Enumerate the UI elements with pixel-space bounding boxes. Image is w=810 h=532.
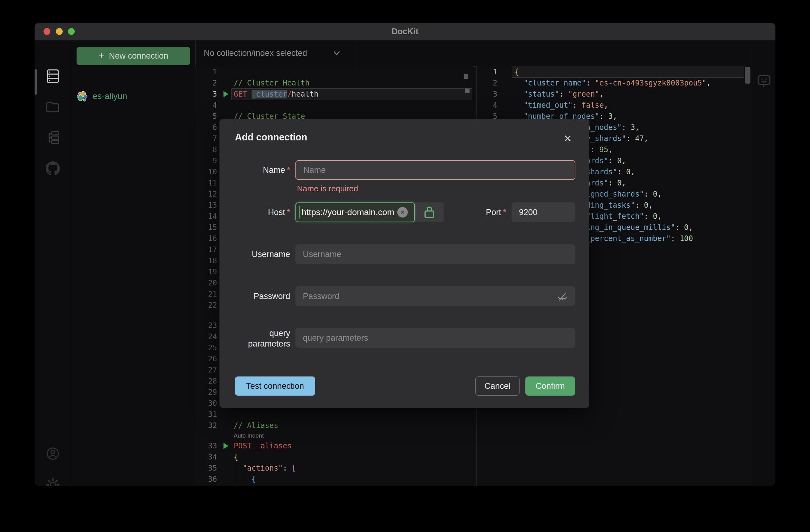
line-number: 27 [195, 364, 217, 376]
toggle-password-visibility-icon[interactable] [556, 291, 568, 302]
close-icon[interactable]: ✕ [562, 132, 574, 145]
username-input[interactable] [295, 244, 576, 264]
confirm-button[interactable]: Confirm [525, 377, 575, 396]
code-line[interactable]: 1{ [476, 66, 752, 78]
line-number: 16 [195, 233, 217, 244]
modal-title: Add connection [235, 132, 307, 143]
code-line[interactable]: 3GET _cluster/health [195, 88, 473, 100]
code-line[interactable]: 34{ [195, 451, 473, 463]
password-input[interactable] [295, 286, 576, 306]
files-icon[interactable] [46, 100, 60, 114]
name-input[interactable] [295, 160, 576, 180]
user-icon[interactable] [46, 447, 60, 461]
ssl-lock-icon[interactable] [420, 205, 439, 220]
code-line[interactable]: 36 { [195, 474, 473, 485]
line-number: 1 [195, 66, 217, 78]
line-number: 3 [195, 88, 217, 100]
password-label: Password [254, 291, 290, 301]
code-line[interactable]: 3 "status": "green", [476, 88, 752, 100]
code-text: "status": "green", [515, 88, 604, 100]
collection-select-value: No collection/index selected [204, 48, 307, 58]
code-text: "cluster_name": "es-cn-o493sgyzk0003pou5… [515, 78, 711, 88]
code-line[interactable]: 2 "cluster_name": "es-cn-o493sgyzk0003po… [476, 78, 752, 88]
line-number: 24 [195, 331, 217, 342]
text-caret [299, 206, 301, 218]
code-line[interactable]: 1 [195, 66, 473, 78]
line-number: 17 [195, 244, 217, 255]
line-number: 19 [195, 266, 217, 278]
new-connection-button[interactable]: + New connection [77, 47, 190, 65]
code-text: "actions": [ [234, 463, 296, 474]
connection-item[interactable]: es-aliyun [77, 87, 190, 105]
port-input[interactable] [512, 202, 576, 222]
line-number: 20 [195, 278, 217, 288]
code-line[interactable]: 32// Aliases [195, 420, 473, 431]
plus-icon: + [98, 50, 104, 61]
test-connection-button[interactable]: Test connection [235, 377, 315, 396]
sidebar-rail [35, 40, 71, 486]
app-window: DocKit [35, 23, 775, 486]
host-label: Host* [268, 207, 290, 218]
run-query-icon[interactable] [224, 443, 228, 449]
code-line[interactable]: 35 "actions": [ [195, 463, 473, 474]
username-label: Username [252, 249, 290, 260]
line-number: 22 [195, 300, 217, 311]
code-line[interactable]: 31 [195, 409, 473, 420]
host-input-group: ✕ [295, 202, 444, 222]
line-number: 13 [195, 200, 217, 211]
code-text: "timed_out": false, [515, 100, 608, 111]
minimize-window-button[interactable] [56, 28, 63, 35]
connections-panel: + New connection es-aliyun [71, 40, 196, 486]
structure-tree-icon[interactable] [46, 131, 60, 145]
code-line[interactable]: 2// Cluster Health [195, 78, 473, 88]
cancel-button[interactable]: Cancel [475, 377, 520, 396]
settings-gear-icon[interactable] [46, 478, 60, 486]
line-number: 23 [195, 320, 217, 331]
line-number: 12 [195, 188, 217, 200]
clear-host-icon[interactable]: ✕ [397, 207, 408, 218]
query-parameters-label: query parameters [248, 328, 290, 349]
editor-topbar: No collection/index selected [195, 40, 752, 67]
line-number: 1 [476, 66, 497, 78]
host-input[interactable] [295, 202, 415, 222]
close-window-button[interactable] [44, 28, 50, 35]
line-number: 32 [195, 420, 217, 431]
chevron-down-icon [333, 50, 341, 56]
line-number: 3 [476, 88, 497, 100]
line-number: 35 [195, 463, 217, 474]
line-number: 2 [195, 78, 217, 88]
collection-select[interactable]: No collection/index selected [195, 40, 356, 66]
line-number: 11 [195, 178, 217, 188]
code-line[interactable]: 4 "timed_out": false, [476, 100, 752, 111]
feedback-column [752, 40, 775, 486]
line-number: 4 [195, 100, 217, 111]
connections-icon[interactable] [46, 69, 60, 83]
line-number: 21 [195, 288, 217, 300]
line-number: 30 [195, 398, 217, 409]
line-number: 7 [195, 133, 217, 144]
required-asterisk: * [503, 208, 506, 217]
line-number: 25 [195, 342, 217, 353]
line-number: 28 [195, 376, 217, 387]
line-number: 36 [195, 474, 217, 485]
run-query-icon[interactable] [224, 91, 228, 97]
line-number: 4 [476, 100, 497, 111]
code-lens[interactable]: Auto Indent [234, 431, 264, 440]
titlebar: DocKit [35, 23, 775, 40]
zoom-window-button[interactable] [68, 28, 75, 35]
github-icon[interactable] [46, 161, 60, 176]
feedback-smiley-icon[interactable] [757, 74, 771, 88]
name-error-text: Name is required [297, 184, 358, 194]
code-line[interactable]: 33POST _aliases [195, 440, 473, 451]
current-line-highlight [512, 66, 744, 78]
code-text: { [515, 66, 519, 78]
window-title: DocKit [392, 27, 419, 36]
code-text: GET _cluster/health [234, 88, 319, 100]
line-number: 14 [195, 211, 217, 222]
query-parameters-input[interactable] [295, 328, 576, 348]
line-number: 5 [195, 111, 217, 122]
line-number: 9 [195, 155, 217, 166]
required-asterisk: * [287, 208, 290, 217]
code-line[interactable]: 4 [195, 100, 473, 111]
line-number: 10 [195, 166, 217, 178]
